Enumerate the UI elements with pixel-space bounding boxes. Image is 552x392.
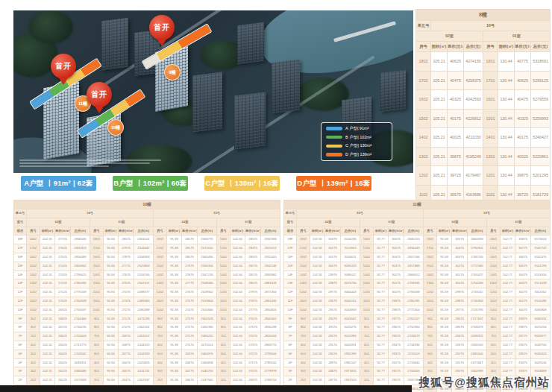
cell: 1402 [416,128,431,148]
cell: 29775 [389,314,404,323]
cell: 1202 [297,288,310,297]
cell: 2437562 [198,376,217,385]
cell: 1302 [27,279,40,288]
cell: 102.64 [230,358,245,367]
cell: 2528942 [198,288,217,297]
cell: 29675 [452,314,468,323]
cell: 2474114 [198,341,217,350]
cell: 602 [424,341,437,350]
cell: 102.92 [310,314,325,323]
cell: 91.38 [167,376,182,385]
cell: 29775 [452,306,468,314]
cell: 602 [154,341,167,350]
column-header: 总价(元) [464,42,483,52]
cell: 2826314 [71,244,90,253]
cell: 902 [154,314,167,323]
cell: 3074735 [341,279,360,288]
cell: 27275 [182,323,198,332]
column-header: 总价(元) [71,227,90,235]
cell: 2763427 [468,271,487,279]
column-header: 单价(元/㎡) [119,227,134,235]
legend-item: D 户型| 139m² [326,152,387,157]
cell: 1401 [90,271,104,279]
cell: 90.94 [104,297,119,306]
cell: 102.92 [310,253,325,262]
cell: 27475 [245,332,261,341]
cell: 2771504 [404,306,424,314]
cell: 1801 [487,235,501,244]
cell: 1302 [424,279,437,288]
legend-label: B 户型| 102m² [345,135,371,140]
cell: 4258375 [464,71,483,90]
cell: 90.94 [104,314,119,323]
column-header: 总价(元) [404,227,424,235]
cell: 301 [487,367,501,376]
column-header: 总价(元) [134,227,154,235]
cell: 26325 [55,358,71,367]
cell: 402 [297,358,310,367]
cell: 92.77 [374,376,389,385]
legend-label: D 户型| 139m² [345,152,371,157]
cell: 1802 [416,52,431,72]
cell: 3054151 [341,297,360,306]
cell: 1702 [154,244,167,253]
room-number: 01室 [360,218,424,227]
cell: 4242593 [464,90,483,110]
cell: 28075 [119,235,134,244]
cell: 2772585 [468,262,487,271]
cell: 1501 [217,262,230,271]
cell: 29175 [389,367,404,376]
cell: 29475 [452,332,468,341]
cell: 1502 [424,262,437,271]
cell: 102.77 [501,341,515,350]
table-title: 8幢 [416,10,551,21]
floor-cell: 10F [14,306,27,314]
cell: 1601 [90,253,104,262]
floor-cell: 11F [284,297,297,306]
cell: 40175 [515,128,531,148]
cell: 102.31 [40,350,55,358]
cell: 28575 [245,235,261,244]
cell: 102.92 [310,279,325,288]
cell: 5259993 [531,109,551,128]
cell: 90.94 [104,341,119,350]
building-badge-10: 10幢 [107,119,124,136]
cell: 1701 [360,244,374,253]
column-header: 单价(元/㎡) [55,227,71,235]
cell: 201 [360,376,374,385]
cell: 92.77 [374,235,389,244]
table-title: 10幢 [14,200,280,209]
cell: 29875 [389,306,404,314]
cell: 102.31 [40,358,55,367]
cell: 26475 [119,376,134,385]
cell: 26125 [55,376,71,385]
column-header: 房号 [90,227,104,235]
cell: 40625 [448,52,464,72]
cell: 91.58 [437,350,452,358]
cell: 102.31 [40,306,55,314]
cell: 29375 [325,323,341,332]
cell: 802 [154,323,167,332]
cell: 2553141 [134,235,154,244]
cell: 2982107 [341,358,360,367]
cell: 1702 [297,244,310,253]
cell: 30475 [452,244,468,253]
cell: 1101 [487,297,501,306]
cell: 92.77 [374,341,389,350]
cell: 91.58 [437,288,452,297]
cell: 402 [154,358,167,367]
unit-type-legend: A 户型| 91m² B 户型| 102m² C 户型| 130m² D 户型|… [321,122,392,161]
unit-label: 单元号 [284,209,297,218]
column-header: 总价(元) [468,227,487,235]
cell: 1702 [27,244,40,253]
cell: 91.38 [167,271,182,279]
aerial-rendering: 首开 首开 首开 11幢 10幢 8幢 A 户型| 91m² B 户型| 102… [13,10,413,173]
cell: 30175 [389,279,404,288]
cell: 1301 [487,279,501,288]
column-header: 总价(元) [341,227,360,235]
pin-label: 首开 [55,61,72,72]
cell: 2483252 [198,332,217,341]
cell: 102.92 [310,306,325,314]
cell: 29875 [452,297,468,306]
cell: 202 [297,376,310,385]
